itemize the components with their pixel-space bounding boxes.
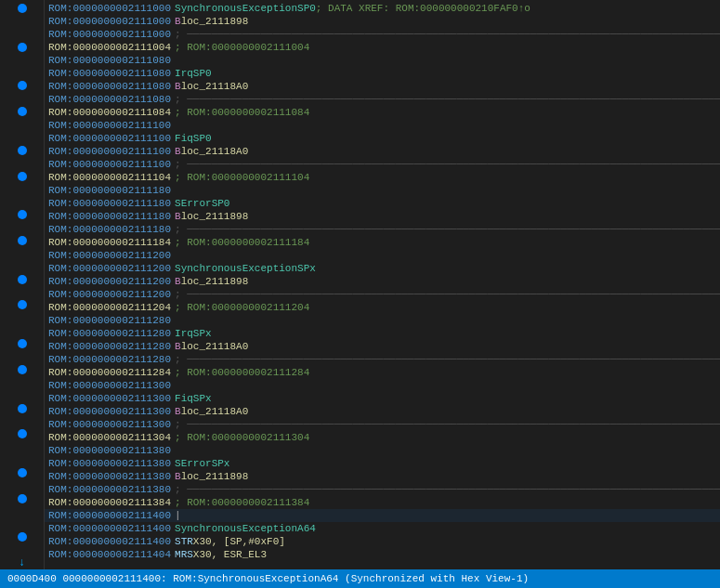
gutter-row <box>0 182 44 195</box>
gutter-row <box>0 415 44 428</box>
code-line[interactable]: ROM:0000000002111404 MRS X30, ESR_EL3 <box>45 548 720 561</box>
code-line[interactable]: ROM:0000000002111200 <box>45 249 720 262</box>
code-line[interactable]: ROM:0000000002111180 ; ─────────────────… <box>45 223 720 236</box>
code-line[interactable]: ROM:0000000002111080 ; ─────────────────… <box>45 93 720 106</box>
code-line[interactable]: ROM:0000000002111080 <box>45 54 720 67</box>
gutter-row <box>0 363 44 376</box>
gutter-row <box>0 118 44 131</box>
code-line[interactable]: ROM:0000000002111280 <box>45 314 720 327</box>
code-line[interactable]: ROM:0000000002111100 <box>45 119 720 132</box>
gutter-row <box>0 311 44 324</box>
code-line[interactable]: ROM:0000000002111180 <box>45 184 720 197</box>
code-line[interactable]: ROM:0000000002111300 B loc_21118A0 <box>45 405 720 418</box>
code-line[interactable]: ROM:0000000002111380 ; ─────────────────… <box>45 483 720 496</box>
gutter-row <box>0 92 44 105</box>
gutter-row <box>0 427 44 440</box>
code-line[interactable]: ROM:0000000002111200 SynchronousExceptio… <box>45 262 720 275</box>
code-line[interactable]: ROM:0000000002111280 IrqSPx <box>45 327 720 340</box>
gutter-row <box>0 543 44 556</box>
gutter-row <box>0 440 44 453</box>
gutter-row <box>0 28 44 41</box>
code-line[interactable]: ROM:0000000002111184 ; ROM:0000000002111… <box>45 236 720 249</box>
gutter-row <box>0 402 44 415</box>
code-line[interactable]: ROM:0000000002111380 B loc_2111898 <box>45 470 720 483</box>
code-line[interactable]: ROM:0000000002111100 B loc_21118A0 <box>45 145 720 158</box>
code-line[interactable]: ROM:0000000002111004 ; ROM:0000000002111… <box>45 41 720 54</box>
code-line[interactable]: ROM:0000000002111200 B loc_2111898 <box>45 275 720 288</box>
code-line[interactable]: ROM:0000000002111200 ; ─────────────────… <box>45 288 720 301</box>
breakpoint-dot[interactable] <box>18 107 27 116</box>
gutter-row <box>0 79 44 92</box>
breakpoint-dot[interactable] <box>18 532 27 542</box>
lines-container[interactable]: ROM:0000000002111000 SynchronousExceptio… <box>45 0 720 569</box>
code-line[interactable]: ROM:0000000002111304 ; ROM:0000000002111… <box>45 431 720 444</box>
code-line[interactable]: ROM:0000000002111080 B loc_21118A0 <box>45 80 720 93</box>
gutter-arrow: ↓ <box>0 556 44 569</box>
code-line[interactable]: ROM:0000000002111400 | <box>45 509 720 522</box>
breakpoint-dot[interactable] <box>18 429 27 438</box>
gutter-row <box>0 15 44 28</box>
breakpoint-dot[interactable] <box>18 210 27 219</box>
gutter-row <box>0 221 44 234</box>
code-line[interactable]: ROM:0000000002111100 ; ─────────────────… <box>45 158 720 171</box>
gutter-row <box>0 286 44 299</box>
status-bar: 0000D400 0000000002111400: ROM:Synchrono… <box>0 569 720 588</box>
gutter-row <box>0 298 44 311</box>
code-line[interactable]: ROM:0000000002111180 SErrorSP0 <box>45 197 720 210</box>
breakpoint-dot[interactable] <box>18 339 27 348</box>
gutter-row <box>0 466 44 479</box>
gutter-row <box>0 157 44 170</box>
code-line[interactable]: ROM:0000000002111000 B loc_2111898 <box>45 15 720 28</box>
breakpoint-dot[interactable] <box>18 494 27 503</box>
code-line[interactable]: ROM:0000000002111400 SynchronousExceptio… <box>45 522 720 535</box>
gutter-row <box>0 273 44 286</box>
gutter-row <box>0 54 44 67</box>
breakpoint-dot[interactable] <box>18 146 27 155</box>
code-line[interactable]: ROM:0000000002111104 ; ROM:0000000002111… <box>45 171 720 184</box>
main-container: ↓ ROM:0000000002111000 SynchronousExcept… <box>0 0 720 588</box>
code-line[interactable]: ROM:0000000002111300 ; ─────────────────… <box>45 418 720 431</box>
gutter-row <box>0 41 44 54</box>
code-line[interactable]: ROM:0000000002111400 STR X30, [SP,#0xF0] <box>45 535 720 548</box>
gutter-row <box>0 505 44 518</box>
code-line[interactable]: ROM:0000000002111100 FiqSP0 <box>45 132 720 145</box>
gutter-row <box>0 247 44 260</box>
gutter-row <box>0 479 44 492</box>
breakpoint-dot[interactable] <box>18 468 27 477</box>
breakpoint-dot[interactable] <box>18 172 27 181</box>
code-line[interactable]: ROM:0000000002111284 ; ROM:0000000002111… <box>45 366 720 379</box>
breakpoint-dot[interactable] <box>18 4 27 13</box>
gutter-row <box>0 105 44 118</box>
breakpoint-dot[interactable] <box>18 300 27 309</box>
code-line[interactable]: ROM:0000000002111000 ; ─────────────────… <box>45 28 720 41</box>
code-line[interactable]: ROM:0000000002111180 B loc_2111898 <box>45 210 720 223</box>
gutter: ↓ <box>0 0 45 569</box>
gutter-row <box>0 350 44 363</box>
code-line[interactable]: ROM:0000000002111300 FiqSPx <box>45 392 720 405</box>
breakpoint-dot[interactable] <box>18 236 27 245</box>
gutter-row <box>0 195 44 208</box>
code-line[interactable]: ROM:0000000002111280 ; ─────────────────… <box>45 353 720 366</box>
code-area: ↓ ROM:0000000002111000 SynchronousExcept… <box>0 0 720 569</box>
code-line[interactable]: ROM:0000000002111384 ; ROM:0000000002111… <box>45 496 720 509</box>
breakpoint-dot[interactable] <box>18 404 27 413</box>
gutter-row <box>0 389 44 402</box>
gutter-row <box>0 324 44 337</box>
code-line[interactable]: ROM:0000000002111000 SynchronousExceptio… <box>45 2 720 15</box>
code-line[interactable]: ROM:0000000002111380 <box>45 444 720 457</box>
code-line[interactable]: ROM:0000000002111080 IrqSP0 <box>45 67 720 80</box>
breakpoint-dot[interactable] <box>18 275 27 284</box>
gutter-row <box>0 337 44 350</box>
code-line[interactable]: ROM:0000000002111280 B loc_21118A0 <box>45 340 720 353</box>
code-line[interactable]: ROM:0000000002111300 <box>45 379 720 392</box>
gutter-row <box>0 66 44 79</box>
breakpoint-dot[interactable] <box>18 43 27 52</box>
code-line[interactable]: ROM:0000000002111204 ; ROM:0000000002111… <box>45 301 720 314</box>
code-line[interactable]: ROM:0000000002111084 ; ROM:0000000002111… <box>45 106 720 119</box>
gutter-row <box>0 208 44 221</box>
gutter-row <box>0 492 44 505</box>
code-line[interactable]: ROM:0000000002111380 SErrorSPx <box>45 457 720 470</box>
breakpoint-dot[interactable] <box>18 365 27 374</box>
gutter-row <box>0 144 44 157</box>
breakpoint-dot[interactable] <box>18 81 27 90</box>
